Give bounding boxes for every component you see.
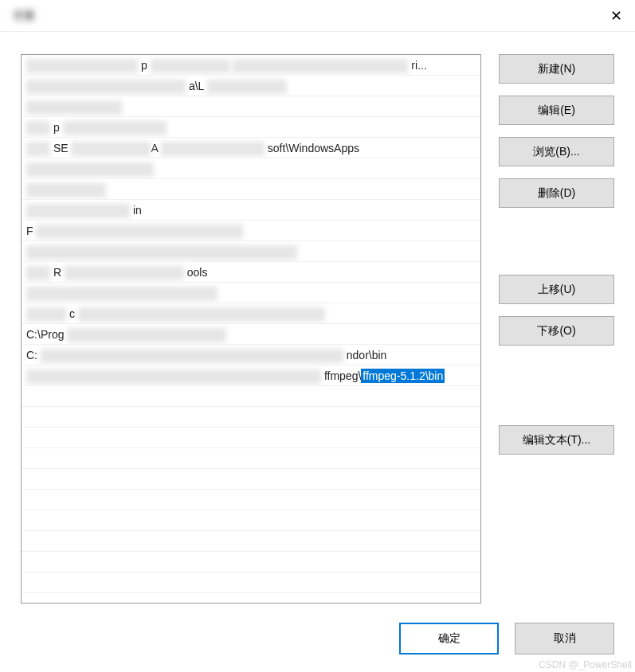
dialog-body: xxxxx p xxxx xxxx ri... xxxx a\L xxxx xx… (0, 32, 635, 619)
list-item[interactable]: x R xxxx ools (22, 262, 480, 283)
new-button[interactable]: 新建(N) (499, 54, 614, 84)
list-item[interactable] (22, 572, 480, 593)
list-item-selected[interactable]: xxxx ffmpeg\ffmpeg-5.1.2\bin (22, 365, 480, 386)
list-item[interactable]: F xxxx (22, 221, 480, 241)
close-icon[interactable]: ✕ (603, 3, 629, 29)
list-item[interactable]: xxxx in (22, 200, 480, 221)
list-item[interactable] (22, 407, 480, 428)
selected-path-text: ffmpeg-5.1.2\bin (361, 369, 445, 383)
list-item[interactable]: xxxx (22, 158, 480, 179)
list-item[interactable]: xxxx (22, 96, 480, 117)
list-item[interactable]: xxxx (22, 179, 480, 200)
side-button-column: 新建(N) 编辑(E) 浏览(B)... 删除(D) 上移(U) 下移(O) 编… (499, 54, 614, 604)
edit-button[interactable]: 编辑(E) (499, 96, 614, 125)
path-listbox[interactable]: xxxxx p xxxx xxxx ri... xxxx a\L xxxx xx… (21, 54, 481, 604)
list-item[interactable]: x c xxxx (22, 303, 480, 324)
list-item[interactable] (22, 469, 480, 490)
titlebar: 变量 ✕ (0, 0, 635, 32)
list-item[interactable] (22, 428, 480, 448)
list-item[interactable]: xxxx (22, 241, 480, 262)
delete-button[interactable]: 删除(D) (499, 178, 614, 208)
list-item[interactable]: C: xxxx ndor\bin (22, 345, 480, 365)
list-item[interactable]: xxxx a\L xxxx (22, 76, 480, 96)
list-item[interactable] (22, 531, 480, 552)
list-item[interactable] (22, 510, 480, 531)
list-item[interactable]: xxxx (22, 283, 480, 303)
list-item[interactable]: C:\Prog xxxx (22, 324, 480, 345)
move-up-button[interactable]: 上移(U) (499, 275, 614, 304)
move-down-button[interactable]: 下移(O) (499, 316, 614, 346)
list-item[interactable]: x SE xxA xxxx soft\WindowsApps (22, 138, 480, 158)
list-item[interactable] (22, 386, 480, 407)
ok-button[interactable]: 确定 (399, 623, 499, 654)
list-item[interactable]: xxxxx p xxxx xxxx ri... (22, 55, 480, 76)
window-title: 变量 (13, 9, 35, 23)
edit-text-button[interactable]: 编辑文本(T)... (499, 425, 614, 455)
list-item[interactable] (22, 448, 480, 469)
list-item[interactable]: x p xxxx (22, 117, 480, 138)
footer-buttons: 确定 取消 (399, 623, 614, 654)
watermark-text: CSDN @_PowerShell (539, 659, 632, 670)
list-item[interactable] (22, 552, 480, 572)
browse-button[interactable]: 浏览(B)... (499, 137, 614, 166)
list-item[interactable] (22, 490, 480, 510)
cancel-button[interactable]: 取消 (515, 623, 614, 654)
